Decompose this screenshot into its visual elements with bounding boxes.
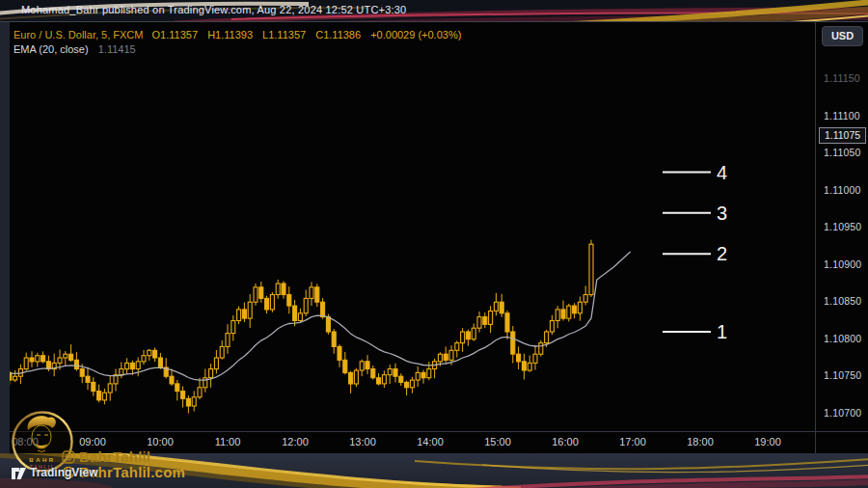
time-tick-label: 10:00 [147, 436, 174, 447]
time-tick-label: 14:00 [417, 436, 444, 447]
price-tick-label: 1.10900 [824, 258, 861, 270]
candle-down [130, 363, 134, 368]
candle-up [276, 284, 280, 295]
candle-up [254, 287, 258, 302]
candle-down [321, 302, 325, 316]
candle-down [287, 295, 291, 307]
level-annotation-1[interactable]: 1 [663, 321, 727, 342]
candle-down [242, 310, 246, 318]
price-tick-label: 1.10950 [824, 221, 861, 232]
candle-down [338, 346, 341, 360]
price-axis[interactable]: 1.111501.111001.110501.110001.109501.109… [815, 21, 868, 431]
candles-layer [2, 240, 631, 414]
price-tick-label: 1.11100 [824, 110, 860, 122]
time-tick-label: 11:00 [215, 436, 241, 447]
time-tick-label: 12:00 [282, 436, 309, 447]
candle-down [444, 354, 448, 360]
candle-down [282, 284, 285, 295]
time-tick-label: 13:00 [349, 436, 376, 447]
instagram-row: BahrTahlil [62, 449, 185, 464]
candle-down [573, 306, 577, 313]
level-number: 2 [717, 243, 727, 264]
indicator-label[interactable]: EMA (20, close) [14, 43, 89, 55]
candle-down [265, 298, 269, 310]
candle-up [455, 343, 459, 351]
candle-up [461, 332, 465, 343]
candle-up [567, 306, 571, 318]
price-tick-label: 1.11000 [824, 184, 861, 196]
candle-down [561, 310, 565, 318]
candle-down [30, 358, 34, 362]
candle-up [388, 369, 392, 375]
candle-up [298, 313, 302, 321]
time-tick-label: 17:00 [619, 436, 646, 447]
instagram-handle: BahrTahlil [79, 448, 150, 465]
level-annotation-2[interactable]: 2 [663, 243, 727, 264]
candle-up [578, 302, 582, 313]
currency-toggle-button[interactable]: USD [822, 26, 863, 46]
ohlc-close: C1.11386 [315, 29, 361, 41]
candle-down [421, 372, 425, 377]
candle-down [349, 372, 353, 384]
candle-up [360, 362, 364, 370]
candle-down [92, 382, 95, 391]
candle-down [522, 362, 526, 370]
symbol-legend: Euro / U.S. Dollar, 5, FXCM O1.11357 H1.… [14, 29, 468, 41]
candle-down [377, 378, 381, 384]
time-tick-label: 09:00 [79, 436, 106, 447]
candle-down [74, 360, 78, 368]
candle-up [410, 380, 414, 388]
price-chart-canvas[interactable]: 1234 [0, 0, 868, 488]
candle-up [226, 334, 230, 347]
candle-up [545, 332, 549, 343]
candle-down [399, 376, 403, 382]
candle-up [142, 356, 146, 362]
candle-down [293, 306, 297, 320]
ohlc-low: L1.11357 [262, 29, 306, 41]
candle-up [58, 358, 62, 363]
candle-down [371, 369, 375, 378]
candle-up [198, 388, 202, 397]
level-annotation-3[interactable]: 3 [663, 203, 727, 224]
candle-up [231, 321, 235, 334]
logo-text-line1: BAHR [29, 457, 55, 463]
candle-up [304, 298, 308, 312]
candle-down [158, 358, 162, 367]
time-tick-label: 18:00 [687, 436, 714, 447]
time-tick-label: 15:00 [484, 436, 511, 447]
symbol-title[interactable]: Euro / U.S. Dollar, 5, FXCM [14, 29, 143, 41]
candle-down [86, 376, 90, 382]
candle-down [511, 332, 515, 354]
price-tick-label: 1.10850 [824, 295, 861, 307]
candle-down [170, 376, 174, 384]
candle-down [393, 369, 397, 377]
tradingview-label: TradingView [30, 466, 97, 479]
candle-up [192, 397, 196, 406]
level-number: 1 [717, 321, 727, 342]
candle-up [36, 356, 40, 362]
candle-up [248, 302, 252, 318]
candle-down [41, 356, 45, 362]
candle-down [153, 350, 157, 358]
time-axis-divider [10, 431, 868, 432]
level-number: 4 [717, 162, 727, 183]
price-tick-label: 1.11150 [824, 72, 860, 84]
level-annotations[interactable]: 1234 [663, 162, 727, 343]
tradingview-attribution[interactable]: TradingView [12, 466, 97, 479]
candle-up [477, 317, 481, 329]
price-axis-divider [815, 21, 816, 453]
candle-down [366, 362, 369, 369]
level-annotation-4[interactable]: 4 [663, 162, 727, 183]
candle-down [2, 366, 6, 373]
candle-up [539, 343, 543, 355]
candle-up [489, 312, 493, 325]
candle-down [181, 392, 185, 399]
candle-down [46, 362, 50, 369]
candle-up [589, 244, 593, 294]
price-tick-label: 1.10700 [824, 407, 861, 419]
candle-up [64, 354, 68, 358]
candle-down [69, 354, 73, 360]
candle-down [500, 302, 503, 313]
candle-up [427, 369, 431, 378]
price-tick-label: 1.10800 [824, 333, 861, 344]
